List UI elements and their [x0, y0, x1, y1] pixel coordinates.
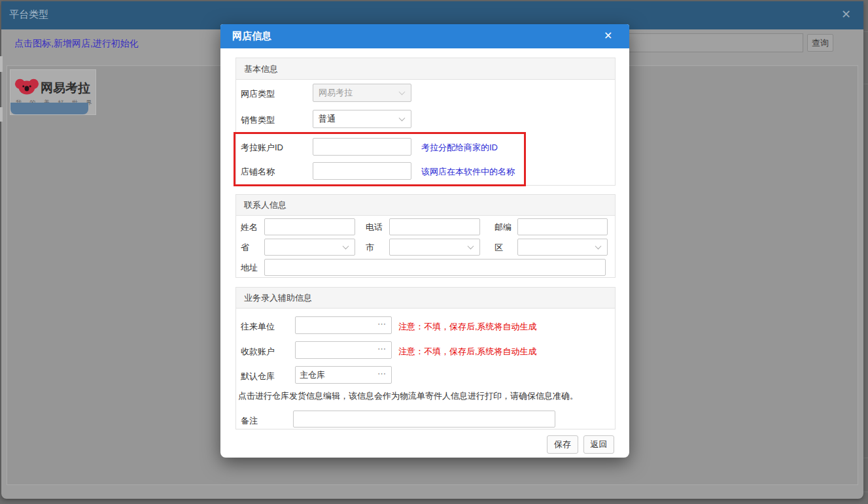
warehouse-tip: 点击进行仓库发货信息编辑，该信息会作为物流单寄件人信息进行打印，请确保信息准确。: [238, 390, 578, 402]
zip-label: 邮编: [495, 222, 512, 233]
ellipsis-picker-icon[interactable]: ⋯: [377, 344, 387, 353]
phone-input[interactable]: [389, 218, 480, 235]
kaola-id-hint: 考拉分配给商家的ID: [421, 142, 498, 154]
sale-type-label: 销售类型: [241, 114, 275, 126]
basic-info-section: 基本信息 网店类型 网易考拉 销售类型 普通 考拉账户ID 考拉分配给商家的ID…: [235, 58, 616, 186]
store-name-hint: 该网店在本软件中的名称: [421, 166, 515, 178]
chevron-down-icon: [595, 243, 602, 250]
dialog-header: 网店信息 ✕: [220, 24, 629, 48]
store-type-label: 网店类型: [241, 88, 275, 100]
zip-input[interactable]: [517, 218, 608, 235]
store-type-select: 网易考拉: [313, 84, 411, 102]
chevron-down-icon: [468, 243, 474, 250]
contact-info-header: 联系人信息: [236, 195, 615, 216]
sale-type-select[interactable]: 普通: [313, 110, 411, 128]
province-select[interactable]: [264, 239, 355, 256]
kaola-id-input[interactable]: [313, 138, 411, 156]
save-button[interactable]: 保存: [547, 435, 578, 454]
account-label: 收款账户: [241, 346, 275, 358]
account-note: 注意：不填，保存后,系统将自动生成: [398, 346, 537, 358]
district-label: 区: [495, 242, 503, 254]
name-input[interactable]: [264, 218, 355, 235]
address-input[interactable]: [264, 259, 606, 276]
chevron-down-icon: [343, 243, 349, 250]
remark-input[interactable]: [293, 411, 555, 428]
back-button[interactable]: 返回: [583, 435, 614, 454]
contact-info-section: 联系人信息 姓名 电话 邮编 省 市 区 地址: [235, 194, 616, 278]
sale-type-value: 普通: [319, 113, 336, 125]
kaola-id-label: 考拉账户ID: [241, 142, 283, 154]
remark-label: 备注: [241, 415, 258, 427]
chevron-down-icon: [399, 115, 406, 122]
warehouse-label: 默认仓库: [241, 371, 275, 382]
city-select[interactable]: [389, 239, 480, 256]
aux-info-header: 业务录入辅助信息: [236, 288, 615, 309]
store-type-value: 网易考拉: [319, 87, 353, 99]
name-label: 姓名: [241, 222, 258, 233]
district-select[interactable]: [517, 239, 608, 256]
basic-info-header: 基本信息: [236, 58, 615, 80]
partner-label: 往来单位: [241, 321, 275, 333]
dialog-close-icon[interactable]: ✕: [604, 29, 612, 42]
ellipsis-picker-icon[interactable]: ⋯: [377, 369, 387, 378]
store-name-input[interactable]: [313, 162, 411, 180]
chevron-down-icon: [399, 89, 406, 95]
store-name-label: 店铺名称: [241, 166, 275, 178]
partner-note: 注意：不填，保存后,系统将自动生成: [398, 321, 537, 333]
phone-label: 电话: [366, 222, 383, 233]
city-label: 市: [366, 242, 374, 254]
aux-info-section: 业务录入辅助信息 往来单位 ⋯ 注意：不填，保存后,系统将自动生成 收款账户 ⋯…: [235, 287, 616, 429]
dialog-title: 网店信息: [232, 30, 271, 42]
province-label: 省: [241, 242, 249, 254]
store-info-dialog: 网店信息 ✕ 基本信息 网店类型 网易考拉 销售类型 普通 考拉账户ID 考拉分…: [220, 24, 629, 458]
ellipsis-picker-icon[interactable]: ⋯: [377, 320, 387, 328]
address-label: 地址: [241, 262, 258, 274]
